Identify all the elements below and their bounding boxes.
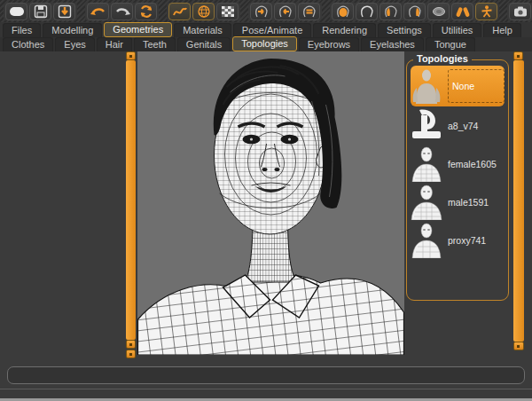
- undo-button[interactable]: [87, 3, 109, 20]
- tab-utilities[interactable]: Utilities: [433, 23, 481, 37]
- new-file-button[interactable]: [5, 3, 27, 20]
- right-scrollbar[interactable]: [513, 60, 524, 342]
- toolbar: ?: [0, 0, 532, 22]
- file-group: [4, 3, 77, 20]
- undo-group: [85, 3, 159, 20]
- save-file-button[interactable]: [29, 3, 51, 20]
- save-icon: [32, 4, 50, 19]
- grab-screen-button[interactable]: [509, 3, 531, 20]
- topology-item-label: female1605: [448, 159, 497, 169]
- right-scrollbar-top-button[interactable]: [513, 51, 523, 60]
- redo-button[interactable]: [111, 3, 133, 20]
- left-slider-top-button[interactable]: [126, 51, 136, 60]
- tab-genitals[interactable]: Genitals: [177, 37, 231, 51]
- load-file-button[interactable]: [53, 3, 75, 20]
- face-view-button[interactable]: [332, 3, 354, 20]
- rotate-right-icon: [253, 4, 270, 19]
- checkerboard-icon: [219, 4, 237, 19]
- rotate-left-icon: [277, 4, 294, 19]
- toggle-wireframe-button[interactable]: [192, 3, 215, 20]
- topology-item-female1605[interactable]: female1605: [411, 145, 505, 183]
- new-file-icon: [8, 4, 26, 19]
- tab-tongue[interactable]: Tongue: [426, 37, 475, 51]
- topologies-panel: Topologies None: [406, 51, 511, 309]
- tab-settings[interactable]: Settings: [378, 23, 431, 37]
- tab-teeth[interactable]: Teeth: [134, 37, 176, 51]
- tab-materials[interactable]: Materials: [174, 23, 231, 37]
- reset-view-button[interactable]: [298, 3, 320, 20]
- tab-eyes[interactable]: Eyes: [55, 37, 94, 51]
- sub-tab-bar: Clothes Eyes Hair Teeth Genitals Topolog…: [0, 37, 532, 51]
- right-scrollbar-bottom-button[interactable]: [513, 342, 524, 350]
- wireframe-model: [137, 51, 404, 355]
- right-side-view-icon: [406, 4, 424, 19]
- topology-item-label: None: [448, 69, 505, 103]
- redo-icon: [113, 4, 131, 19]
- tab-rendering[interactable]: Rendering: [313, 23, 376, 37]
- reset-view-icon: [301, 4, 318, 19]
- topology-item-label: a8_v74: [448, 121, 478, 131]
- body-view-icon: [478, 4, 496, 19]
- topology-list: None a8_v74: [411, 66, 505, 260]
- front-view-icon: [358, 4, 376, 19]
- capture-group: [507, 3, 532, 20]
- tab-files[interactable]: Files: [3, 23, 41, 37]
- camera-icon: [512, 4, 529, 19]
- rotate-group: [248, 3, 322, 20]
- topology-thumbnail-proxy741: [411, 223, 442, 258]
- topology-item-none[interactable]: None: [411, 66, 505, 106]
- top-view-button[interactable]: [427, 3, 450, 20]
- workspace: Topologies None: [0, 51, 532, 362]
- left-side-view-icon: [382, 4, 400, 19]
- topology-item-proxy741[interactable]: proxy741: [411, 222, 505, 259]
- hands-view-button[interactable]: [451, 3, 473, 20]
- topology-thumbnail-female1605: [411, 146, 442, 182]
- rotate-right-button[interactable]: [250, 3, 272, 20]
- left-slider-bottom-button-1[interactable]: [126, 340, 136, 349]
- tab-clothes[interactable]: Clothes: [3, 37, 53, 51]
- tab-eyebrows[interactable]: Eyebrows: [299, 37, 359, 51]
- topology-thumbnail-a8-v74: [411, 108, 442, 144]
- load-icon: [56, 4, 74, 19]
- topologies-panel-title: Topologies: [413, 53, 472, 64]
- face-view-icon: [334, 4, 352, 19]
- makehuman-window: ? Files Modelling Geometries Materials P…: [0, 0, 532, 401]
- tab-modelling[interactable]: Modelling: [43, 23, 102, 37]
- topology-item-male1591[interactable]: male1591: [411, 184, 505, 221]
- viewport-3d[interactable]: [137, 51, 404, 355]
- undo-icon: [90, 4, 107, 19]
- tab-help[interactable]: Help: [483, 23, 521, 37]
- front-view-button[interactable]: [356, 3, 378, 20]
- wireframe-icon: [195, 4, 213, 19]
- hands-view-icon: [454, 4, 472, 19]
- rotate-left-button[interactable]: [274, 3, 296, 20]
- topology-thumbnail-male1591: [411, 185, 442, 220]
- top-view-icon: [430, 4, 448, 19]
- tab-geometries[interactable]: Geometries: [104, 22, 172, 37]
- tab-pose-animate[interactable]: Pose/Animate: [233, 23, 311, 37]
- topology-thumbnail-none: [411, 68, 442, 104]
- view-group: [330, 3, 499, 20]
- main-tab-bar: Files Modelling Geometries Materials Pos…: [0, 22, 532, 37]
- tab-topologies[interactable]: Topologies: [232, 36, 297, 51]
- body-view-button[interactable]: [475, 3, 497, 20]
- left-slider-bottom-button-2[interactable]: [126, 350, 136, 358]
- right-side-view-button[interactable]: [403, 3, 426, 20]
- toggle-smooth-button[interactable]: [168, 3, 191, 20]
- reset-mesh-button[interactable]: [135, 3, 157, 20]
- display-group: [167, 3, 240, 20]
- left-side-view-button[interactable]: [379, 3, 402, 20]
- topology-item-a8-v74[interactable]: a8_v74: [411, 107, 505, 145]
- toggle-subdivision-button[interactable]: [216, 3, 239, 20]
- topology-item-label: male1591: [448, 197, 489, 208]
- reset-icon: [137, 4, 155, 19]
- smooth-icon: [171, 4, 189, 19]
- topology-item-label: proxy741: [448, 235, 486, 246]
- tab-eyelashes[interactable]: Eyelashes: [361, 37, 424, 51]
- tab-hair[interactable]: Hair: [97, 37, 132, 51]
- viewport-left-slider[interactable]: [126, 60, 136, 340]
- progress-bar: [7, 366, 525, 384]
